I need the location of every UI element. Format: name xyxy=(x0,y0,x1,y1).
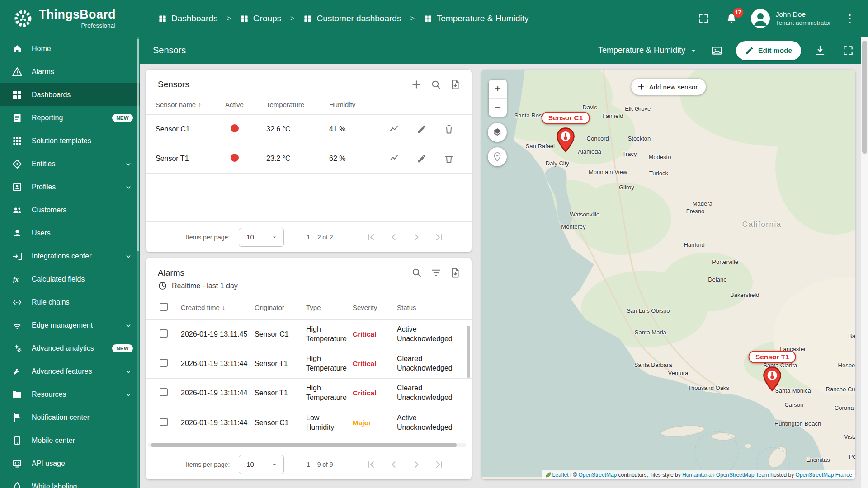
breadcrumb-groups[interactable]: Groups xyxy=(240,14,281,23)
col-active[interactable]: Active xyxy=(225,101,266,108)
export-icon[interactable] xyxy=(450,267,461,278)
sidebar-item-reporting[interactable]: Reporting NEW xyxy=(0,106,140,129)
export-icon[interactable] xyxy=(450,79,461,90)
sidebar-scrollbar[interactable] xyxy=(137,37,139,488)
map-city-label: Bakersfield xyxy=(730,291,759,298)
alarms-horizontal-scrollbar[interactable] xyxy=(148,443,466,447)
col-originator[interactable]: Originator xyxy=(255,304,306,311)
download-dashboard-button[interactable] xyxy=(811,42,829,60)
map-locate-button[interactable] xyxy=(488,147,507,166)
sidebar-item-white-labeling[interactable]: White labeling xyxy=(0,475,140,488)
sidebar-item-entities[interactable]: Entities xyxy=(0,152,140,175)
map-pin-sensor-c1[interactable] xyxy=(556,127,576,153)
table-row[interactable]: 2026-01-19 13:11:44 Sensor C1 Low Humidi… xyxy=(146,408,472,437)
edge-icon xyxy=(12,320,23,331)
row-checkbox[interactable] xyxy=(160,418,168,426)
attribution-link[interactable]: OpenStreetMap France xyxy=(796,472,852,478)
sidebar-item-dashboards[interactable]: Dashboards xyxy=(0,83,140,106)
col-type[interactable]: Type xyxy=(306,304,353,311)
sidebar-item-rule-chains[interactable]: Rule chains xyxy=(0,291,140,314)
map-pin-sensor-t1[interactable] xyxy=(762,366,783,392)
sidebar-item-notification-center[interactable]: Notification center xyxy=(0,406,140,429)
row-checkbox[interactable] xyxy=(160,359,168,367)
filter-icon[interactable] xyxy=(430,267,442,278)
edit-icon[interactable] xyxy=(417,124,427,134)
zoom-in-button[interactable]: + xyxy=(489,80,507,99)
first-page-icon[interactable] xyxy=(366,459,377,470)
delete-icon[interactable] xyxy=(443,124,454,135)
col-humidity[interactable]: Humidity xyxy=(329,101,388,108)
page-size-select[interactable]: 10 xyxy=(239,455,284,474)
page-size-select[interactable]: 10 xyxy=(239,228,284,247)
breadcrumb-current-dashboard[interactable]: Temperature & Humidity xyxy=(424,14,529,23)
attribution-link[interactable]: OpenStreetMap xyxy=(579,472,617,478)
dashboard-image-button[interactable] xyxy=(708,42,726,60)
table-row[interactable]: 2026-01-19 13:11:44 Sensor T1 High Tempe… xyxy=(146,349,472,379)
zoom-out-button[interactable]: − xyxy=(489,99,507,117)
user-menu[interactable]: John Doe Tenant administrator xyxy=(750,9,831,28)
sidebar-item-advanced-features[interactable]: Advanced features xyxy=(0,360,140,383)
sidebar-item-profiles[interactable]: Profiles xyxy=(0,175,140,198)
sidebar-item-alarms[interactable]: Alarms xyxy=(0,60,140,83)
table-row[interactable]: Sensor C1 32.6 °C 41 % xyxy=(146,115,472,144)
sidebar-item-customers[interactable]: Customers xyxy=(0,198,140,221)
breadcrumb-customer-dashboards[interactable]: Customer dashboards xyxy=(303,14,401,23)
sidebar-item-edge-management[interactable]: Edge management xyxy=(0,314,140,337)
dashboard-state-select[interactable]: Temperature & Humidity xyxy=(598,46,698,55)
row-checkbox[interactable] xyxy=(160,388,168,396)
next-page-icon[interactable] xyxy=(411,232,422,243)
sidebar-item-api-usage[interactable]: API usage xyxy=(0,452,140,475)
table-row[interactable]: 2026-01-19 13:11:45 Sensor C1 High Tempe… xyxy=(146,320,472,349)
col-status[interactable]: Status xyxy=(397,304,472,311)
sidebar-item-users[interactable]: Users xyxy=(0,221,140,244)
col-created-time[interactable]: Created time↓ xyxy=(181,304,255,311)
page-scrollbar[interactable] xyxy=(861,37,868,488)
search-icon[interactable] xyxy=(430,79,442,90)
select-all-checkbox[interactable] xyxy=(160,303,168,311)
sidebar-item-integrations-center[interactable]: Integrations center xyxy=(0,244,140,267)
notifications-button[interactable]: 17 xyxy=(722,9,741,28)
edit-mode-button[interactable]: Edit mode xyxy=(736,41,801,60)
next-page-icon[interactable] xyxy=(411,459,422,470)
table-row[interactable]: Sensor T1 23.2 °C 62 % xyxy=(146,144,472,174)
col-temperature[interactable]: Temperature xyxy=(266,101,329,108)
prev-page-icon[interactable] xyxy=(388,232,399,243)
map-city-label: Tracy xyxy=(622,150,637,157)
alarms-vertical-scrollbar[interactable] xyxy=(467,326,470,443)
add-new-sensor-button[interactable]: Add new sensor xyxy=(631,79,706,95)
sidebar-item-mobile-center[interactable]: Mobile center xyxy=(0,429,140,452)
add-sensor-icon[interactable] xyxy=(410,79,422,90)
time-window[interactable]: Realtime - last 1 day xyxy=(146,280,472,295)
dashboard-fullscreen-button[interactable] xyxy=(839,42,857,60)
sidebar-item-advanced-analytics[interactable]: Advanced analytics NEW xyxy=(0,337,140,360)
row-checkbox[interactable] xyxy=(160,329,168,338)
map-city-label: Watsonville xyxy=(570,211,599,218)
fullscreen-button[interactable] xyxy=(694,9,712,28)
last-page-icon[interactable] xyxy=(434,232,444,243)
sidebar-item-home[interactable]: Home xyxy=(0,37,140,60)
attribution-link[interactable]: Leaflet xyxy=(552,472,569,478)
breadcrumb-dashboards[interactable]: Dashboards xyxy=(158,14,217,23)
sidebar: Home Alarms Dashboards Reporting NEW Sol… xyxy=(0,37,140,488)
prev-page-icon[interactable] xyxy=(388,459,399,470)
first-page-icon[interactable] xyxy=(366,232,377,243)
timeseries-icon[interactable] xyxy=(389,153,400,164)
table-row[interactable]: 2026-01-19 13:11:44 Sensor T1 High Tempe… xyxy=(146,379,472,408)
sidebar-item-resources[interactable]: Resources xyxy=(0,383,140,406)
col-sensor-name[interactable]: Sensor name↑ xyxy=(156,101,225,108)
map-layers-button[interactable] xyxy=(488,123,507,142)
sidebar-item-calculated-fields[interactable]: fx Calculated fields xyxy=(0,267,140,291)
delete-icon[interactable] xyxy=(443,153,454,164)
created-time-cell: 2026-01-19 13:11:44 xyxy=(181,419,255,427)
timeseries-icon[interactable] xyxy=(389,124,400,135)
search-icon[interactable] xyxy=(411,267,422,278)
more-menu-icon[interactable]: ⋮ xyxy=(841,13,859,24)
marker-label-sensor-c1[interactable]: Sensor C1 xyxy=(542,112,590,124)
attribution-link[interactable]: Humanitarian OpenStreetMap Team xyxy=(682,472,769,478)
last-page-icon[interactable] xyxy=(434,459,444,470)
marker-label-sensor-t1[interactable]: Sensor T1 xyxy=(749,351,796,363)
sidebar-item-solution-templates[interactable]: Solution templates xyxy=(0,129,140,152)
thingsboard-logo[interactable]: ThingsBoard Professional xyxy=(0,8,136,29)
edit-icon[interactable] xyxy=(417,154,427,164)
col-severity[interactable]: Severity xyxy=(353,304,397,311)
